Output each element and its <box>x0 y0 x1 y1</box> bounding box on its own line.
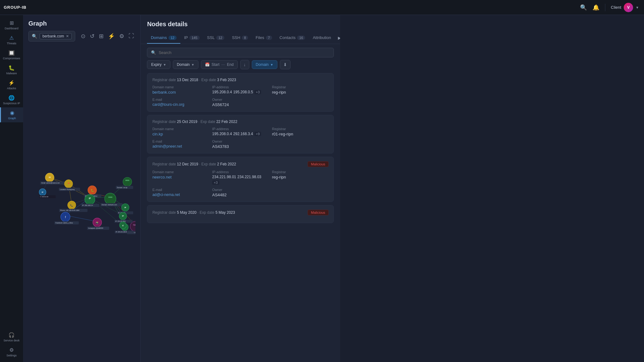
svg-text:Domain: cin.kp: Domain: cin.kp <box>117 187 127 188</box>
expiry-dropdown-icon: ▼ <box>163 63 166 66</box>
sort-direction-btn[interactable]: ↓ <box>240 60 249 69</box>
svg-text:WWW: WWW <box>125 180 130 181</box>
search-tag-close-icon[interactable]: ✕ <box>66 34 69 38</box>
domain-card-1: Registrar date 13 Dec 2018 · Exp date 3 … <box>147 73 334 112</box>
toolbar-grid-icon[interactable]: ⊞ <box>98 32 105 41</box>
svg-text:📍: 📍 <box>67 182 71 185</box>
tab-ssh-label: SSH <box>232 35 240 40</box>
user-dropdown-icon[interactable]: ▼ <box>636 6 639 9</box>
sidebar-item-suspicious-ip[interactable]: 🌐 Suspicious IP <box>0 92 23 107</box>
search-icon[interactable]: 🔍 <box>580 4 587 11</box>
svg-rect-0 <box>28 159 135 243</box>
svg-text:Phone: +86 199-9145-1884: Phone: +86 199-9145-1884 <box>60 209 80 211</box>
avatar: V <box>624 3 633 12</box>
end-label: End <box>227 62 233 67</box>
sidebar-label-settings: Settings <box>7 354 17 357</box>
dashboard-icon: ⊞ <box>10 20 14 26</box>
sidebar-label-malware: Malware <box>6 72 17 75</box>
svg-text:Instagram: @zld9200: Instagram: @zld9200 <box>88 227 103 229</box>
tab-ssl-label: SSL <box>207 35 215 40</box>
domain-card-4-dates: Registrar date 5 May 2020 · Exp date 5 M… <box>152 210 235 215</box>
search-bar-icon: 🔍 <box>32 34 37 39</box>
graph-toolbar: 🔍 berbank.com ✕ ⊙ ↺ ⊞ ⚡ ⚙ ⛶ <box>28 31 135 42</box>
toolbar-refresh-icon[interactable]: ⊙ <box>80 32 87 41</box>
toolbar-settings-icon[interactable]: ⚙ <box>118 32 125 41</box>
tab-domains[interactable]: Domains 12 <box>147 32 180 44</box>
domain-filter-btn[interactable]: Domain ▼ <box>173 60 198 69</box>
svg-text:Email: admin@neerco.net: Email: admin@neerco.net <box>41 182 60 184</box>
sidebar-item-dashboard[interactable]: ⊞ Dashboard <box>0 17 23 32</box>
tab-domains-label: Domains <box>151 35 167 40</box>
svg-point-32 <box>85 194 95 204</box>
sort-by-dropdown-icon: ▼ <box>270 63 273 66</box>
sort-by-btn[interactable]: Domain ▼ <box>252 60 277 69</box>
graph-title: Graph <box>28 20 135 27</box>
owner-value: AS56724 <box>212 102 269 107</box>
toolbar-expand-icon[interactable]: ⛶ <box>127 32 135 41</box>
svg-text:Domain: berbank.com: Domain: berbank.com <box>102 204 117 206</box>
sidebar-item-settings[interactable]: ⚙ Settings <box>0 345 23 360</box>
search-tag[interactable]: berbank.com ✕ <box>40 33 72 39</box>
domain-card-1-dates: Registrar date 13 Dec 2018 · Exp date 3 … <box>152 78 236 82</box>
domain-card-2-grid: Domain name cin.kp IP-address 195.208.0.… <box>152 127 329 149</box>
domain-card-3-header: Registrar date 12 Dec 2019 · Exp date 2 … <box>152 161 329 167</box>
nodes-detail-panel: Nodes details Domains 12 IP 145 SSL 12 S… <box>140 15 340 362</box>
malicious-badge-4: Malicious <box>308 210 329 215</box>
graph-svg: ✉ Email: admin@neerco.net 📍 Location: Py… <box>28 45 135 357</box>
tab-attribution[interactable]: Attribution <box>309 32 335 44</box>
sidebar-item-graph[interactable]: ◉ Graph <box>0 107 23 122</box>
date-separator: — <box>221 62 225 67</box>
toolbar-rotate-icon[interactable]: ↺ <box>89 32 96 41</box>
owner-label: Owner <box>212 98 269 101</box>
user-menu[interactable]: Client V ▼ <box>611 3 639 12</box>
malicious-badge-3: Malicious <box>308 161 329 167</box>
toolbar-flash-icon[interactable]: ⚡ <box>107 32 116 41</box>
tab-files-count: 7 <box>266 36 272 40</box>
filter-bar: 🔍 Expiry ▼ Domain ▼ 📅 Start — End <box>141 44 340 73</box>
tab-ssh-count: 8 <box>242 36 248 40</box>
tab-attribution-label: Attribution <box>313 35 331 40</box>
svg-text:✉: ✉ <box>49 176 51 179</box>
registrar-label: Registrar <box>272 85 329 89</box>
tab-ssl[interactable]: SSL 12 <box>203 32 228 44</box>
notifications-icon[interactable]: 🔔 <box>593 4 599 11</box>
tab-ssh[interactable]: SSH 8 <box>228 32 252 44</box>
sidebar-label-suspicious-ip: Suspicious IP <box>3 102 20 105</box>
filter-search-box[interactable]: 🔍 <box>147 48 334 57</box>
domain-card-3: Registrar date 12 Dec 2019 · Exp date 2 … <box>147 157 334 202</box>
domain-name-value: berbank.com <box>152 90 209 95</box>
domain-card-4: Registrar date 5 May 2020 · Exp date 5 M… <box>147 205 334 223</box>
svg-text:TOPIC: TOPIC <box>133 224 135 226</box>
filter-search-input[interactable] <box>159 50 330 55</box>
tabs-next-icon[interactable]: ▶ <box>335 32 340 43</box>
graph-canvas[interactable]: ✉ Email: admin@neerco.net 📍 Location: Py… <box>28 45 135 357</box>
ip-address-label: IP-address <box>212 85 269 89</box>
service-desk-icon: 🎧 <box>8 332 15 338</box>
svg-text:🖨: 🖨 <box>122 224 124 226</box>
graph-panel: Graph 🔍 berbank.com ✕ ⊙ ↺ ⊞ ⚡ ⚙ ⛶ <box>23 15 140 362</box>
tab-ip[interactable]: IP 145 <box>180 32 203 44</box>
sidebar-item-malware[interactable]: 🐛 Malware <box>0 62 23 77</box>
tab-contacts[interactable]: Contacts 16 <box>276 32 309 44</box>
graph-icon: ◉ <box>10 110 14 116</box>
email-label: E-mail <box>152 98 209 101</box>
sidebar-item-service-desk[interactable]: 🎧 Service desk <box>0 330 23 345</box>
domain-card-2-header: Registrar date 25 Oct 2019 · Exp date 22… <box>152 120 329 124</box>
sidebar-item-attacks[interactable]: ⚡ Attacks <box>0 77 23 92</box>
download-btn[interactable]: ⬇ <box>280 60 290 69</box>
sidebar-item-threats[interactable]: ⚠ Threats <box>0 32 23 47</box>
svg-text:IP: IP <box>124 207 126 208</box>
search-bar[interactable]: 🔍 berbank.com ✕ <box>28 31 75 42</box>
sidebar-label-threats: Threats <box>7 42 17 45</box>
svg-text:Facebook: @zld_y_92oo: Facebook: @zld_y_92oo <box>56 222 73 224</box>
sidebar-item-compromises[interactable]: 🔲 Compromises <box>0 47 23 62</box>
svg-text:IP: IP <box>89 197 91 199</box>
malware-icon: 🐛 <box>8 65 15 71</box>
domain-name-label: Domain name <box>152 85 209 89</box>
sidebar-label-graph: Graph <box>8 117 16 120</box>
start-label: Start <box>212 62 219 67</box>
tab-files[interactable]: Files 7 <box>252 32 276 44</box>
date-range-picker[interactable]: 📅 Start — End <box>201 60 238 69</box>
tab-ssl-count: 12 <box>216 36 224 40</box>
expiry-filter-btn[interactable]: Expiry ▼ <box>147 60 170 69</box>
